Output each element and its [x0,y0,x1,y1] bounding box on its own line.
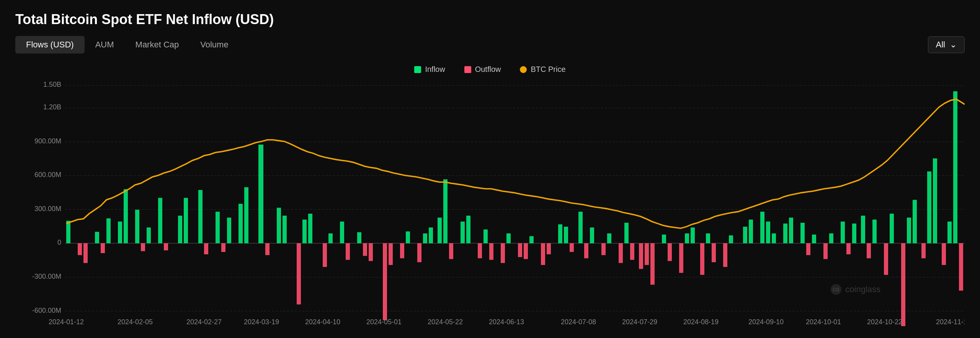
svg-rect-73 [547,243,551,254]
chart-svg: .grid-line { stroke: #2a2a2a; stroke-wid… [15,81,965,326]
tab-flows[interactable]: Flows (USD) [15,36,85,54]
svg-rect-36 [238,204,243,243]
svg-rect-57 [423,233,427,243]
svg-text:2024-07-29: 2024-07-29 [622,318,657,326]
svg-text:2024-02-27: 2024-02-27 [186,318,222,326]
svg-rect-24 [135,210,139,243]
svg-rect-50 [363,243,367,256]
chart-legend: Inflow Outflow BTC Price [15,65,965,74]
svg-rect-30 [184,198,188,244]
svg-rect-93 [700,243,704,275]
svg-rect-64 [478,243,482,258]
svg-rect-101 [766,221,770,243]
svg-rect-77 [578,212,583,244]
watermark: CG coinglass [830,283,880,296]
svg-rect-84 [630,243,634,260]
svg-rect-117 [890,214,894,243]
chart-area: Inflow Outflow BTC Price .grid-line { st… [15,65,965,333]
chevron-down-icon: ⌄ [950,40,957,50]
svg-rect-62 [461,221,465,243]
svg-text:2024-02-05: 2024-02-05 [118,318,153,326]
svg-rect-51 [369,243,373,261]
tab-volume[interactable]: Volume [189,36,239,54]
svg-rect-95 [712,243,716,262]
svg-rect-97 [729,236,733,244]
svg-rect-40 [277,208,281,243]
svg-rect-56 [417,243,421,262]
svg-rect-76 [570,243,574,252]
svg-rect-23 [124,189,128,243]
svg-rect-67 [501,243,505,263]
svg-rect-27 [158,198,162,244]
svg-text:2024-07-08: 2024-07-08 [561,318,596,326]
svg-rect-85 [639,243,643,269]
svg-rect-123 [933,158,937,243]
outflow-color-dot [464,66,471,73]
svg-rect-22 [118,221,122,243]
svg-rect-41 [283,216,287,243]
svg-rect-125 [947,221,952,243]
svg-rect-110 [841,221,845,243]
svg-rect-29 [178,216,182,243]
svg-rect-20 [101,243,105,253]
svg-rect-113 [861,216,865,243]
tabs-row: Flows (USD) AUM Market Cap Volume All ⌄ [15,36,965,54]
svg-rect-121 [921,243,926,258]
svg-text:2024-03-19: 2024-03-19 [244,318,279,326]
svg-rect-21 [106,218,111,243]
chart-wrap: .grid-line { stroke: #2a2a2a; stroke-wid… [15,81,965,326]
svg-rect-32 [204,243,208,254]
svg-text:2024-01-12: 2024-01-12 [49,318,84,326]
svg-rect-124 [942,243,946,265]
svg-rect-89 [668,243,672,261]
svg-rect-99 [749,219,753,243]
svg-text:1.50B: 1.50B [43,81,61,89]
svg-rect-120 [913,200,917,244]
svg-text:600.00M: 600.00M [34,171,61,179]
svg-rect-37 [244,187,248,244]
svg-rect-47 [340,221,344,243]
tab-market-cap[interactable]: Market Cap [125,36,190,54]
svg-rect-26 [147,227,151,243]
svg-rect-75 [564,227,568,243]
svg-rect-114 [867,243,871,258]
legend-outflow-label: Outflow [475,65,501,74]
svg-rect-43 [302,219,307,243]
svg-rect-96 [723,243,727,267]
svg-rect-104 [789,218,793,243]
time-range-dropdown[interactable]: All ⌄ [928,36,965,53]
svg-rect-94 [706,233,710,243]
svg-rect-91 [685,233,689,243]
svg-rect-71 [529,236,534,244]
svg-rect-108 [823,243,828,259]
svg-text:300.00M: 300.00M [34,204,61,212]
svg-rect-25 [141,243,145,251]
legend-outflow: Outflow [464,65,501,74]
svg-rect-52 [383,243,387,320]
svg-rect-90 [679,243,683,273]
svg-rect-70 [524,243,528,259]
main-container: Total Bitcoin Spot ETF Net Inflow (USD) … [0,0,980,338]
legend-btcprice: BTC Price [520,65,565,74]
tab-aum[interactable]: AUM [85,36,125,54]
svg-text:2024-08-19: 2024-08-19 [683,318,719,326]
svg-rect-65 [483,229,488,243]
svg-rect-83 [624,223,629,244]
svg-rect-49 [357,232,361,243]
svg-rect-16 [66,221,70,243]
svg-rect-126 [953,91,957,243]
legend-btcprice-label: BTC Price [531,65,565,74]
svg-rect-61 [449,243,453,259]
svg-rect-80 [601,243,606,255]
svg-text:1.20B: 1.20B [43,103,61,111]
tab-group: Flows (USD) AUM Market Cap Volume [15,36,239,54]
svg-rect-127 [959,243,963,291]
svg-rect-109 [829,233,833,243]
svg-rect-33 [216,212,220,244]
svg-rect-45 [323,243,327,267]
svg-rect-86 [645,243,649,265]
svg-rect-116 [884,243,888,275]
svg-rect-107 [812,235,816,244]
watermark-text: coinglass [845,284,880,294]
svg-text:900.00M: 900.00M [34,137,61,145]
